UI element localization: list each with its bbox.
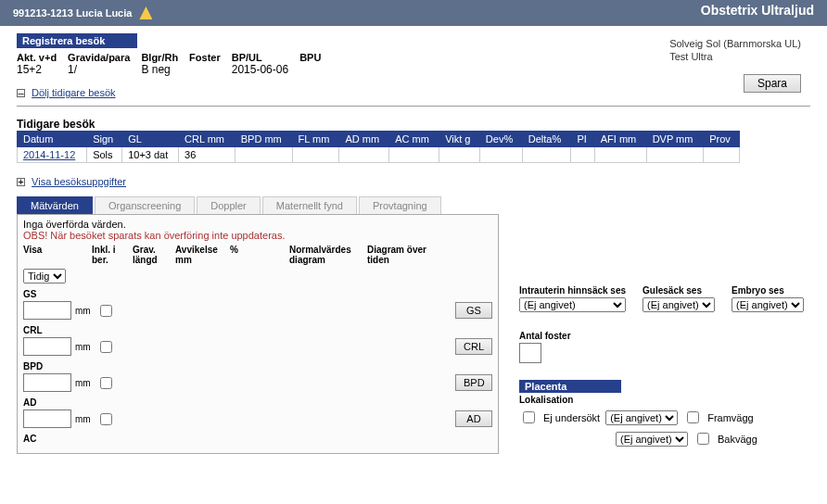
- lbl-framvagg: Framvägg: [707, 412, 754, 423]
- col-gl: GL: [122, 132, 179, 147]
- val-akt: 15+2: [17, 63, 68, 80]
- mh-visa: Visa: [23, 245, 88, 265]
- chk-bakvagg[interactable]: [697, 433, 709, 445]
- col-dvp: DVP mm: [646, 132, 704, 147]
- chk-gs[interactable]: [100, 305, 112, 317]
- top-bar: 991213-1213 Lucia Lucia Obstetrix Ultral…: [0, 0, 827, 26]
- user-clinic: Test Ultra: [669, 50, 801, 63]
- hdr-bpul: BP/UL: [232, 50, 299, 63]
- visit-header-table: Akt. v+d Gravida/para Blgr/Rh Foster BP/…: [17, 50, 332, 80]
- hdr-akt: Akt. v+d: [17, 50, 68, 63]
- previous-visits-table: Datum Sign GL CRL mm BPD mm FL mm AD mm …: [17, 131, 740, 163]
- placenta-heading: Placenta: [519, 380, 621, 393]
- col-vikt: Vikt g: [439, 132, 480, 147]
- btn-bpd[interactable]: BPD: [455, 374, 492, 391]
- hdr-foster: Foster: [189, 50, 232, 63]
- lbl-intrauterin: Intrauterin hinnsäck ses: [519, 285, 626, 296]
- chk-ad[interactable]: [100, 413, 112, 425]
- lbl-ad: AD: [23, 397, 492, 408]
- sel-embryo[interactable]: (Ej angivet): [732, 297, 804, 312]
- btn-gs[interactable]: GS: [455, 302, 492, 319]
- mh-diag: Diagram över tiden: [367, 245, 432, 265]
- input-ad[interactable]: [23, 410, 71, 428]
- hdr-bpu: BPU: [299, 50, 332, 63]
- col-dev: Dev%: [479, 132, 522, 147]
- unit-bpd: mm: [75, 378, 91, 388]
- tab-provtagning[interactable]: Provtagning: [359, 196, 441, 214]
- tab-organscreening[interactable]: Organscreening: [95, 196, 195, 214]
- right-panel: Intrauterin hinnsäck ses (Ej angivet) Gu…: [519, 285, 797, 454]
- sel-intrauterin[interactable]: (Ej angivet): [519, 297, 626, 312]
- unit-ad: mm: [75, 414, 91, 424]
- toggle-previous-visits[interactable]: Dölj tidigare besök: [32, 87, 116, 98]
- lbl-crl: CRL: [23, 325, 492, 335]
- val-bpu: [299, 63, 332, 80]
- val-blgr: B neg: [141, 63, 189, 80]
- val-bpul: 2015-06-06: [232, 63, 299, 80]
- input-gs[interactable]: [23, 301, 71, 320]
- col-ac: AC mm: [389, 132, 439, 147]
- chk-bpd[interactable]: [100, 377, 112, 389]
- collapse-icon[interactable]: –: [17, 89, 25, 97]
- btn-ad[interactable]: AD: [455, 410, 492, 427]
- mh-avv: Avvikelse mm: [175, 245, 226, 265]
- previous-visits-title: Tidigare besök: [17, 118, 810, 131]
- mh-pct: %: [230, 245, 286, 265]
- lbl-lokalisation: Lokalisation: [519, 395, 797, 405]
- col-delta: Delta%: [522, 132, 571, 147]
- cell-sign: Sols: [87, 147, 122, 163]
- unit-crl: mm: [75, 342, 91, 352]
- lbl-bakvagg: Bakvägg: [718, 434, 757, 445]
- tab-maternellt[interactable]: Maternellt fynd: [262, 196, 357, 214]
- cell-gl: 10+3 dat: [122, 147, 179, 163]
- col-afi: AFI mm: [594, 132, 646, 147]
- tab-matvarden[interactable]: Mätvärden: [17, 196, 93, 214]
- save-button[interactable]: Spara: [744, 74, 801, 93]
- divider: [17, 106, 810, 107]
- hdr-gravida: Gravida/para: [68, 50, 141, 63]
- expand-icon[interactable]: +: [17, 178, 25, 186]
- lbl-gs: GS: [23, 289, 492, 299]
- lbl-embryo: Embryo ses: [732, 285, 804, 296]
- chk-ej-undersokt[interactable]: [523, 411, 535, 423]
- sel-gulesack[interactable]: (Ej angivet): [643, 297, 715, 312]
- lbl-ac: AC: [23, 434, 492, 444]
- col-datum: Datum: [18, 132, 87, 147]
- input-bpd[interactable]: [23, 373, 71, 392]
- app-title: Obstetrix Ultraljud: [701, 3, 814, 18]
- tab-doppler[interactable]: Doppler: [197, 196, 261, 214]
- toggle-visit-details[interactable]: Visa besöksuppgifter: [32, 176, 126, 187]
- chk-framvagg[interactable]: [687, 411, 699, 423]
- register-heading: Registrera besök: [17, 33, 137, 48]
- btn-crl[interactable]: CRL: [455, 338, 492, 355]
- lbl-ej-undersokt: Ej undersökt: [543, 412, 600, 423]
- tab-bar: Mätvärden Organscreening Doppler Materne…: [17, 196, 499, 215]
- input-antal-foster[interactable]: [519, 343, 541, 363]
- col-bpd: BPD mm: [235, 132, 292, 147]
- hdr-blgr: Blgr/Rh: [141, 50, 189, 63]
- sel-lokalisation2[interactable]: (Ej angivet): [616, 432, 688, 447]
- col-crl: CRL mm: [179, 132, 235, 147]
- unit-gs: mm: [75, 306, 91, 316]
- sel-lokalisation1[interactable]: (Ej angivet): [605, 410, 678, 425]
- lbl-bpd: BPD: [23, 361, 492, 372]
- user-name: Solveig Sol (Barnmorska UL): [669, 37, 801, 50]
- patient-id: 991213-1213 Lucia Lucia: [13, 7, 132, 19]
- warning-icon: [139, 6, 152, 19]
- lbl-gulesack: Gulesäck ses: [643, 285, 715, 296]
- tab-content: Inga överförda värden. OBS! När besöket …: [17, 215, 499, 454]
- col-fl: FL mm: [292, 132, 339, 147]
- chk-crl[interactable]: [100, 341, 112, 353]
- table-row[interactable]: 2014-11-12 Sols 10+3 dat 36: [18, 147, 740, 163]
- cell-crl: 36: [179, 147, 235, 163]
- user-info: Solveig Sol (Barnmorska UL) Test Ultra: [669, 37, 801, 64]
- input-crl[interactable]: [23, 337, 71, 356]
- val-foster: [189, 63, 232, 80]
- lbl-antal-foster: Antal foster: [519, 331, 797, 341]
- visit-date-link[interactable]: 2014-11-12: [23, 149, 75, 160]
- col-sign: Sign: [87, 132, 122, 147]
- mh-grav: Grav. längd: [133, 245, 172, 265]
- val-gravida: 1/: [68, 63, 141, 80]
- visa-select[interactable]: Tidig: [23, 269, 66, 284]
- col-prov: Prov: [704, 132, 740, 147]
